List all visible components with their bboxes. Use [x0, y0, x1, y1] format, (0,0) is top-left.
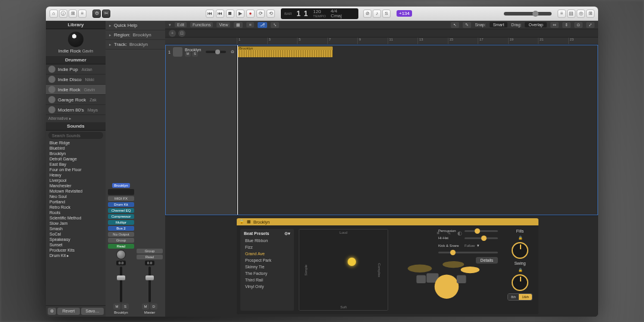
- region-inspector-row[interactable]: ▸Region: Brooklyn: [106, 30, 165, 40]
- edit-menu[interactable]: Edit: [175, 22, 187, 27]
- catch-icon[interactable]: ⊙: [574, 22, 583, 28]
- solo-icon[interactable]: S: [382, 10, 391, 18]
- fx-slot-3[interactable]: Multipr: [108, 220, 134, 225]
- fx-slot-2[interactable]: Compressor: [108, 214, 134, 219]
- drummer-item[interactable]: Indie DiscoNikki: [46, 75, 106, 85]
- flex-icon[interactable]: ⤡: [271, 22, 279, 28]
- zoom-h-icon[interactable]: ⇔: [550, 22, 559, 28]
- track-icon[interactable]: [173, 47, 182, 57]
- track-mute-button[interactable]: M: [185, 52, 191, 57]
- drummer-item[interactable]: Indie RockGavin: [46, 85, 106, 95]
- stop-button[interactable]: ⏹: [226, 10, 234, 18]
- sound-item[interactable]: Producer Kits: [46, 247, 106, 253]
- automation-mode[interactable]: Read: [108, 244, 134, 249]
- library-settings-button[interactable]: ⚙: [48, 308, 56, 315]
- swing-resolution-toggle[interactable]: 8th16th: [507, 293, 532, 301]
- volume-fader[interactable]: [120, 267, 122, 302]
- goto-start-button[interactable]: ⏮: [206, 10, 214, 18]
- revert-button[interactable]: Revert: [57, 308, 80, 315]
- editor-toggle-icon[interactable]: ≡: [78, 10, 86, 18]
- alternative-category[interactable]: Alternative ▸: [46, 115, 106, 122]
- sound-item[interactable]: Detroit Garage: [46, 156, 106, 162]
- master-automation[interactable]: Read: [137, 255, 163, 259]
- region-lane[interactable]: Brooklyn: [237, 45, 597, 215]
- tracks-disclosure-icon[interactable]: ▾: [169, 23, 171, 27]
- inspector-toggle-icon[interactable]: ⓘ: [59, 10, 67, 18]
- xy-puck[interactable]: [348, 258, 356, 266]
- track-solo-button[interactable]: S: [192, 52, 198, 57]
- percussion-slider[interactable]: [465, 230, 498, 232]
- preset-item[interactable]: Third Rail: [242, 277, 293, 283]
- sound-item[interactable]: Portland: [46, 199, 106, 205]
- swing-knob[interactable]: [512, 274, 528, 291]
- strip-solo-button[interactable]: S: [122, 304, 129, 309]
- track-inspector-row[interactable]: ▸Track: Brooklyn: [106, 40, 165, 49]
- duplicate-track-button[interactable]: ⊡: [178, 30, 185, 37]
- pencil-tool-icon[interactable]: ✎: [463, 22, 471, 28]
- mixer-toggle-icon[interactable]: ⊞: [69, 10, 77, 18]
- sound-item[interactable]: Sunset: [46, 242, 106, 247]
- fills-knob[interactable]: [512, 242, 528, 259]
- record-button[interactable]: ●: [246, 10, 255, 18]
- quick-help-row[interactable]: ▸Quick Help: [106, 21, 165, 30]
- tuner-icon[interactable]: ♪: [373, 10, 381, 18]
- notes-icon[interactable]: ▤: [567, 10, 575, 18]
- sound-item[interactable]: Slow Jam: [46, 221, 106, 226]
- preset-item[interactable]: Fizz: [242, 244, 293, 250]
- master-group[interactable]: Group: [137, 249, 163, 253]
- sound-item[interactable]: Speakeasy: [46, 237, 106, 242]
- pointer-tool-icon[interactable]: ↖: [451, 22, 459, 28]
- master-fader[interactable]: [148, 267, 151, 302]
- functions-menu[interactable]: Functions: [190, 22, 213, 27]
- sound-item[interactable]: Scientific Method: [46, 215, 106, 221]
- details-button[interactable]: Details: [476, 257, 498, 264]
- browser-icon[interactable]: ⊞: [586, 10, 595, 18]
- zoom-v-icon[interactable]: ⇕: [562, 22, 571, 28]
- track-volume-slider[interactable]: [206, 51, 226, 53]
- sound-item[interactable]: Bluebird: [46, 145, 106, 151]
- preset-item[interactable]: The Factory: [242, 270, 293, 277]
- snap-value[interactable]: Smart: [490, 22, 508, 27]
- instrument-slot[interactable]: Drum Kit: [108, 202, 134, 207]
- sound-item[interactable]: Liverpool: [46, 178, 106, 183]
- kicksnare-slider[interactable]: [438, 252, 498, 253]
- view-list-icon[interactable]: ≡: [246, 22, 253, 27]
- count-in-button[interactable]: ⟲: [267, 10, 275, 18]
- presets-menu-icon[interactable]: ⊙▾: [284, 231, 290, 236]
- view-grid-icon[interactable]: ▦: [234, 22, 243, 28]
- track-header[interactable]: 1 Brooklyn MS ⊙: [166, 45, 237, 58]
- view-menu[interactable]: View: [216, 22, 230, 27]
- drag-value[interactable]: Overlap: [525, 22, 547, 27]
- sound-item[interactable]: Drum Kit ▸: [46, 253, 106, 259]
- drummer-item[interactable]: Garage RockZak: [46, 95, 106, 105]
- cycle-button[interactable]: ⟳: [256, 10, 265, 18]
- group-slot[interactable]: Group: [108, 238, 134, 243]
- automation-icon[interactable]: ⎇: [258, 22, 267, 28]
- sound-item[interactable]: Neo Soul: [46, 194, 106, 199]
- lock-icon[interactable]: 🔒: [239, 219, 244, 224]
- preset-item[interactable]: Grand Ave: [242, 250, 293, 257]
- sound-item[interactable]: Blue Ridge: [46, 140, 106, 145]
- sound-item[interactable]: Smash: [46, 226, 106, 231]
- drummer-item[interactable]: Indie PopAidan: [46, 64, 106, 75]
- loops-icon[interactable]: ◎: [577, 10, 585, 18]
- fills-lock-icon[interactable]: 🔒: [518, 236, 522, 240]
- hihat-slider[interactable]: [465, 237, 498, 239]
- xy-pad[interactable]: Loud Soft Simple Complex: [299, 229, 388, 311]
- library-toggle-icon[interactable]: ⌂: [49, 10, 58, 18]
- drummer-item[interactable]: Modern 80'sMaya: [46, 105, 106, 115]
- swing-lock-icon[interactable]: 🔒: [518, 268, 522, 272]
- follow-track-menu[interactable]: ▾: [477, 243, 479, 248]
- list-editors-icon[interactable]: ≡: [558, 10, 566, 18]
- sound-item[interactable]: Brooklyn: [46, 151, 106, 156]
- link-icon[interactable]: ⤢: [586, 22, 595, 28]
- sound-item[interactable]: East Bay: [46, 162, 106, 167]
- lcd-display[interactable]: BAR 1 1 120TEMPO 4/4Cmaj: [281, 8, 358, 19]
- account-badge[interactable]: +134: [397, 10, 412, 17]
- master-dim-button[interactable]: D: [150, 304, 157, 309]
- fx-slot-1[interactable]: Channel EQ: [108, 208, 134, 213]
- master-volume-slider[interactable]: [504, 12, 552, 16]
- replace-icon[interactable]: ⊘: [363, 10, 371, 18]
- master-mute-button[interactable]: M: [142, 304, 149, 309]
- sound-item[interactable]: Four on the Floor: [46, 167, 106, 172]
